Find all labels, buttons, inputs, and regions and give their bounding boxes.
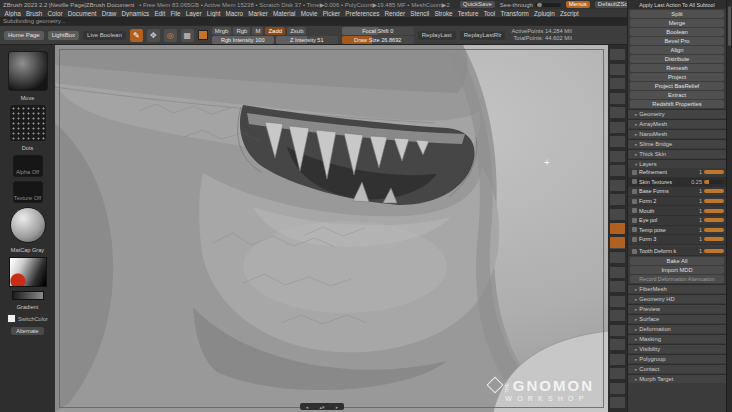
panel-action-button[interactable]: Project BasRelief [630, 82, 724, 90]
subpalette-header[interactable]: Polygroup [628, 354, 726, 363]
menu-item[interactable]: File [168, 10, 183, 17]
panel-action-button[interactable]: Extract [630, 91, 724, 99]
subpalette-header[interactable]: Masking [628, 334, 726, 343]
alpha-selector[interactable]: Alpha Off [13, 155, 43, 177]
panel-action-button[interactable]: Remesh [630, 64, 724, 72]
brush-thumbnail[interactable] [8, 51, 48, 91]
menu-item[interactable]: Dynamics [119, 10, 152, 17]
menu-item[interactable]: Zscript [557, 10, 581, 17]
subpalette-header[interactable]: Thick Skin [628, 149, 726, 158]
sculpt-canvas[interactable]: + ◂ ▴▾ ▸ THE GNOMON WORKSHOP [55, 45, 608, 412]
layer-slider[interactable] [704, 199, 724, 203]
menu-item[interactable]: Macro [223, 10, 246, 17]
rgb-intensity-slider[interactable]: Rgb Intensity 100 [212, 36, 274, 44]
layer-slider[interactable] [704, 237, 724, 241]
bake-all-button[interactable]: Bake All [630, 257, 724, 265]
nav-tool-active2-icon[interactable] [610, 237, 625, 248]
menu-item[interactable]: Document [65, 10, 99, 17]
panel-action-button[interactable]: Redshift Properties [630, 100, 724, 108]
subpalette-header[interactable]: Morph Target [628, 374, 726, 383]
menu-item[interactable]: Draw [99, 10, 119, 17]
panel-action-button[interactable]: Split [630, 10, 724, 18]
m-button[interactable]: M [252, 27, 263, 35]
quicksave-button[interactable]: QuickSave [460, 1, 495, 8]
draw-pointer-icon[interactable]: ✥ [147, 29, 160, 42]
layer-row[interactable]: Temp pose 1 [628, 226, 726, 236]
panel-action-button[interactable]: Distribute [630, 55, 724, 63]
menu-item[interactable]: Light [204, 10, 223, 17]
menu-item[interactable]: Layer [183, 10, 204, 17]
layer-row[interactable]: Form 3 1 [628, 235, 726, 245]
layer-slider[interactable] [704, 249, 724, 253]
layer-slider[interactable] [704, 189, 724, 193]
record-deformation-row[interactable]: Record Deformation Attenuation [630, 275, 724, 283]
layer-row[interactable]: Eye pol 1 [628, 216, 726, 226]
layer-eye-icon[interactable] [632, 208, 637, 213]
subpalette-header[interactable]: Contact [628, 364, 726, 373]
subpalette-header[interactable]: Visibility [628, 344, 726, 353]
scroll-right-icon[interactable]: ▸ [336, 404, 339, 410]
alternate-button[interactable]: Alternate [11, 327, 43, 335]
subpalette-header[interactable]: Surface [628, 314, 726, 323]
menu-item[interactable]: Edit [152, 10, 168, 17]
layer-row[interactable]: Base Forms 1 [628, 187, 726, 197]
layer-eye-icon[interactable] [632, 170, 637, 175]
layer-eye-icon[interactable] [632, 179, 637, 184]
layer-eye-icon[interactable] [632, 249, 637, 254]
layers-section-header[interactable]: Layers [628, 159, 726, 168]
menu-item[interactable]: Brush [23, 10, 45, 17]
menu-item[interactable]: Stroke [432, 10, 455, 17]
switch-color[interactable]: SwitchColor [7, 314, 48, 323]
layer-slider[interactable] [704, 170, 724, 174]
menu-item[interactable]: Picker [320, 10, 343, 17]
layer-eye-icon[interactable] [632, 218, 637, 223]
panel-scrollbar[interactable] [726, 0, 732, 412]
edit-pen-icon[interactable]: ✎ [130, 29, 143, 42]
panel-action-button[interactable]: Boolean [630, 28, 724, 36]
panel-action-button[interactable]: Project [630, 73, 724, 81]
gradient-swatch[interactable] [12, 291, 44, 300]
layer-slider[interactable] [704, 228, 724, 232]
layer-slider[interactable] [704, 180, 724, 184]
secondary-color-swatch[interactable] [7, 314, 16, 323]
see-through-slider[interactable]: See-through [500, 2, 561, 8]
menu-item[interactable]: Preferences [343, 10, 382, 17]
menu-item[interactable]: Color [45, 10, 65, 17]
menus-button[interactable]: Menus [566, 1, 590, 8]
canvas-scroll-widget[interactable]: ◂ ▴▾ ▸ [300, 403, 344, 410]
menu-item[interactable]: Movie [298, 10, 320, 17]
apply-last-action-header[interactable]: Apply Last Action To All Subtool [628, 0, 726, 9]
subpalette-header[interactable]: ArrayMesh [628, 119, 726, 128]
home-page-button[interactable]: Home Page [4, 31, 44, 40]
see-through-track[interactable] [535, 3, 561, 7]
replay-last-rlr-button[interactable]: ReplayLastRlr [460, 31, 506, 40]
draw-size-slider[interactable]: Draw Size 26.8692 [342, 36, 414, 44]
replay-last-button[interactable]: ReplayLast [418, 31, 456, 40]
canvas-tool-strip[interactable] [608, 45, 627, 412]
layer-eye-icon[interactable] [632, 237, 637, 242]
layer-row[interactable]: Mouth 1 [628, 206, 726, 216]
lightbox-button[interactable]: LightBox [48, 31, 79, 40]
mrgb-button[interactable]: Mrgb [212, 27, 232, 35]
z-intensity-slider[interactable]: Z Intensity 51 [276, 36, 338, 44]
live-boolean-button[interactable]: Live Boolean [83, 31, 126, 40]
layer-row[interactable]: Refinement 1 [628, 168, 726, 178]
layer-eye-icon[interactable] [632, 189, 637, 194]
menu-item[interactable]: Marker [246, 10, 271, 17]
gyro-move-icon[interactable]: ◎ [164, 29, 177, 42]
layer-eye-icon[interactable] [632, 227, 637, 232]
subpalette-header[interactable]: Slime Bridge [628, 139, 726, 148]
subpalette-header[interactable]: FiberMesh [628, 284, 726, 293]
menu-item[interactable]: Stencil [408, 10, 432, 17]
scrollbar-thumb[interactable] [728, 6, 731, 46]
layer-row[interactable]: Form 2 1 [628, 197, 726, 207]
import-mdd-button[interactable]: Import MDD [630, 266, 724, 274]
subpalette-header[interactable]: Preview [628, 304, 726, 313]
panel-action-button[interactable]: Merge [630, 19, 724, 27]
scroll-left-icon[interactable]: ◂ [306, 404, 309, 410]
subpalette-header[interactable]: NanoMesh [628, 129, 726, 138]
layer-slider[interactable] [704, 218, 724, 222]
focal-shift-slider[interactable]: Focal Shift 0 [342, 27, 414, 35]
menu-item[interactable]: Alpha [2, 10, 23, 17]
panel-action-button[interactable]: Bevel Pro [630, 37, 724, 45]
